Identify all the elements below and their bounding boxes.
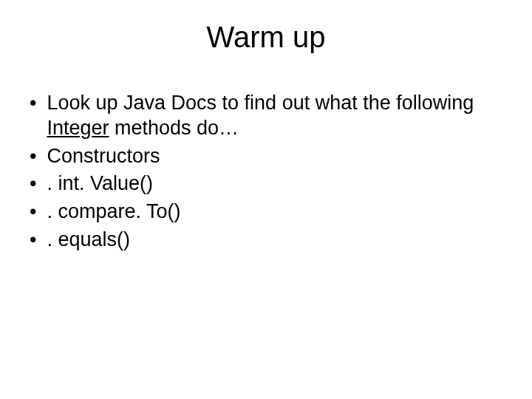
slide-title: Warm up	[0, 21, 532, 54]
bullet-text: . compare. To()	[47, 200, 502, 225]
list-item: • Look up Java Docs to find out what the…	[30, 91, 502, 141]
bullet-icon: •	[30, 144, 36, 169]
bullet-text: . equals()	[47, 228, 502, 253]
slide-container: Warm up • Look up Java Docs to find out …	[0, 0, 532, 399]
bullet-suffix: methods do…	[109, 117, 239, 139]
bullet-icon: •	[30, 228, 36, 253]
bullet-underlined: Integer	[47, 117, 109, 139]
list-item: • Constructors	[30, 144, 502, 169]
bullet-text: . int. Value()	[47, 171, 502, 197]
bullet-icon: •	[30, 91, 36, 116]
list-item: • . equals()	[30, 228, 502, 253]
bullet-icon: •	[30, 171, 36, 197]
bullet-text: Constructors	[47, 144, 502, 169]
bullet-list: • Look up Java Docs to find out what the…	[0, 91, 532, 253]
bullet-prefix: Look up Java Docs to find out what the f…	[47, 92, 474, 114]
list-item: • . compare. To()	[30, 200, 502, 225]
bullet-icon: •	[30, 200, 36, 225]
list-item: • . int. Value()	[30, 171, 502, 197]
bullet-text: Look up Java Docs to find out what the f…	[47, 91, 502, 141]
